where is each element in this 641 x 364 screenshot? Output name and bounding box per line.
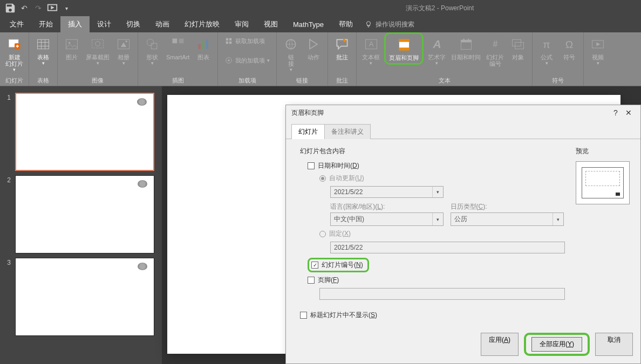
smartart-button[interactable]: SmartArt — [164, 35, 192, 61]
equation-button[interactable]: π公式▾ — [536, 35, 557, 66]
lang-label: 语言(国家/地区)(L): — [330, 202, 445, 211]
save-icon[interactable] — [4, 2, 16, 14]
store-icon — [224, 37, 233, 45]
thumb-number: 2 — [4, 175, 11, 184]
chevron-down-icon: ▾ — [432, 213, 443, 225]
tab-review[interactable]: 审阅 — [227, 16, 256, 32]
screenshot-button[interactable]: 屏幕截图▾ — [84, 35, 112, 66]
new-slide-icon — [6, 36, 23, 53]
wordart-button[interactable]: A艺术字▾ — [426, 35, 448, 66]
picture-button[interactable]: 图片 — [61, 35, 83, 61]
preview-box — [576, 161, 630, 204]
datetime-button[interactable]: 日期和时间 — [449, 35, 483, 61]
checkbox-no-title[interactable]: 标题幻灯片中不显示(S) — [300, 311, 565, 320]
checkbox-icon — [308, 277, 315, 284]
cancel-button[interactable]: 取消 — [595, 333, 633, 356]
ribbon: 新建幻灯片▾ 幻灯片 表格▾ 表格 图片 屏幕截图▾ 相册▾ 图像 形状▾ Sm… — [0, 32, 641, 86]
svg-rect-36 — [461, 40, 471, 42]
tab-insert[interactable]: 插入 — [60, 16, 90, 32]
tab-transitions[interactable]: 切换 — [119, 16, 148, 32]
thumb-item[interactable]: 3 — [0, 256, 162, 338]
radio-icon — [319, 175, 326, 182]
slide-number-button[interactable]: #幻灯片编号 — [484, 35, 506, 68]
dialog-tab-notes[interactable]: 备注和讲义 — [324, 124, 371, 139]
language-select[interactable]: 中文(中国)▾ — [330, 212, 444, 226]
table-button[interactable]: 表格▾ — [32, 35, 54, 66]
get-addins-button[interactable]: 获取加载项 — [223, 36, 271, 46]
svg-rect-21 — [206, 39, 208, 49]
apply-button[interactable]: 应用(A) — [481, 333, 519, 356]
thumb-item[interactable]: 2 — [0, 173, 162, 256]
datetime-icon — [458, 36, 475, 53]
checkbox-icon: ✓ — [311, 262, 318, 269]
svg-text:π: π — [543, 39, 550, 50]
qat-customize-icon[interactable]: ▾ — [60, 2, 72, 14]
thumb-preview[interactable] — [15, 93, 154, 171]
svg-point-11 — [96, 42, 100, 46]
chevron-down-icon: ▾ — [432, 187, 443, 197]
thumb-preview[interactable] — [15, 175, 154, 253]
thumb-item[interactable]: 1 — [0, 91, 162, 173]
video-button[interactable]: 视频▾ — [587, 35, 609, 66]
comment-button[interactable]: 批注 — [331, 35, 353, 61]
checkbox-footer[interactable]: 页脚(F) — [308, 276, 565, 285]
new-slide-button[interactable]: 新建幻灯片▾ — [3, 35, 25, 73]
slide-number-highlight: ✓ 幻灯片编号(N) — [308, 258, 369, 272]
tell-me[interactable]: 操作说明搜索 — [365, 16, 414, 32]
tab-file[interactable]: 文件 — [2, 16, 31, 32]
footer-input[interactable] — [319, 288, 565, 300]
link-button[interactable]: 链接▾ — [280, 35, 302, 73]
svg-rect-10 — [92, 39, 104, 48]
start-from-beginning-icon[interactable] — [46, 2, 58, 14]
apply-all-button[interactable]: 全部应用(Y) — [531, 337, 582, 352]
calendar-select[interactable]: 公历▾ — [451, 212, 564, 226]
fixed-date-input[interactable]: 2021/5/22 — [330, 242, 565, 253]
svg-rect-17 — [179, 39, 183, 44]
tab-mathtype[interactable]: MathType — [285, 16, 331, 32]
dialog-tab-slide[interactable]: 幻灯片 — [291, 124, 325, 139]
chart-button[interactable]: 图表 — [193, 35, 214, 61]
album-button[interactable]: 相册▾ — [113, 35, 134, 66]
object-button[interactable]: 对象 — [507, 35, 529, 61]
svg-point-14 — [147, 39, 153, 45]
ribbon-group-symbols: π公式▾ Ω符号 符号 — [533, 32, 584, 86]
tab-slideshow[interactable]: 幻灯片放映 — [177, 16, 227, 32]
tab-animations[interactable]: 动画 — [148, 16, 177, 32]
quick-access-toolbar: ↶ ↷ ▾ — [0, 2, 77, 14]
redo-icon[interactable]: ↷ — [32, 2, 44, 14]
wordart-icon: A — [428, 36, 446, 53]
symbol-button[interactable]: Ω符号 — [558, 35, 580, 61]
radio-fixed[interactable]: 固定(X) — [319, 229, 565, 238]
tab-view[interactable]: 视图 — [256, 16, 285, 32]
checkbox-datetime[interactable]: 日期和时间(D) — [308, 161, 565, 170]
close-icon[interactable]: ✕ — [622, 108, 635, 117]
tab-design[interactable]: 设计 — [90, 16, 119, 32]
shapes-button[interactable]: 形状▾ — [141, 35, 163, 66]
checkbox-slide-number[interactable]: ✓ 幻灯片编号(N) — [311, 260, 363, 270]
svg-point-27 — [228, 59, 230, 61]
undo-icon[interactable]: ↶ — [18, 2, 30, 14]
thumb-preview[interactable] — [15, 258, 154, 336]
header-footer-button[interactable]: 页眉和页脚 — [387, 35, 421, 62]
smartart-icon — [169, 36, 187, 53]
dialog-buttons: 应用(A) 全部应用(Y) 取消 — [286, 328, 640, 363]
svg-rect-23 — [229, 38, 231, 40]
tab-help[interactable]: 帮助 — [331, 16, 360, 32]
svg-rect-41 — [515, 43, 524, 49]
shapes-icon — [144, 36, 161, 53]
ribbon-tabs: 文件 开始 插入 设计 切换 动画 幻灯片放映 审阅 视图 MathType 帮… — [0, 16, 641, 32]
my-addins-button[interactable]: 我的加载项 ▾ — [223, 55, 271, 66]
dialog-titlebar[interactable]: 页眉和页脚 ? ✕ — [286, 105, 640, 120]
radio-auto-update[interactable]: 自动更新(U) — [319, 174, 565, 183]
tab-home[interactable]: 开始 — [31, 16, 60, 32]
thumbnails-panel[interactable]: 1 2 3 — [0, 86, 162, 364]
thumb-image-placeholder — [137, 98, 147, 106]
svg-text:#: # — [493, 39, 498, 49]
date-format-select[interactable]: 2021/5/22▾ — [330, 186, 444, 198]
svg-rect-3 — [38, 39, 49, 49]
textbox-button[interactable]: A文本框▾ — [360, 35, 382, 66]
action-button[interactable]: 动作 — [303, 35, 324, 61]
svg-point-9 — [69, 42, 71, 44]
dialog-left: 幻灯片包含内容 日期和时间(D) 自动更新(U) 2021/5/22▾ — [300, 147, 565, 323]
help-button[interactable]: ? — [609, 108, 622, 117]
